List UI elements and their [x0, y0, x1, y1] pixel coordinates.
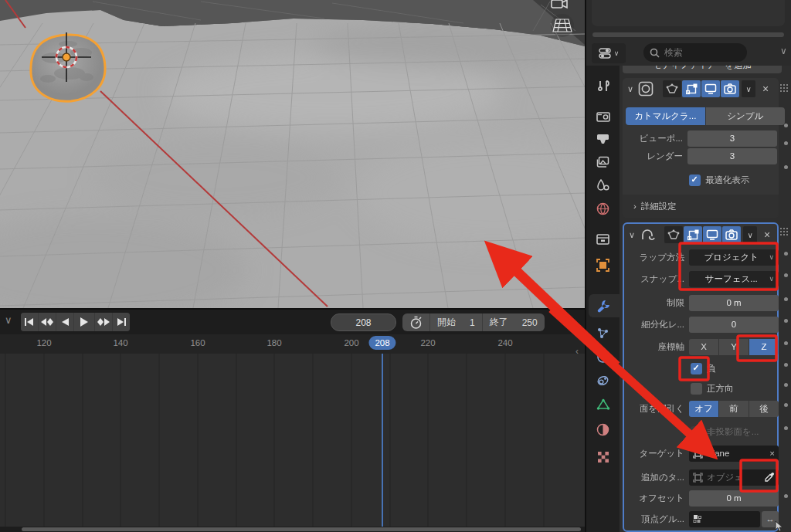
limit-field[interactable]: 0 m — [689, 295, 779, 311]
tab-view-layer[interactable] — [586, 151, 620, 174]
snap-mode-dropdown[interactable]: サーフェス... ∨ — [689, 271, 779, 287]
delete-modifier-button[interactable]: × — [762, 83, 769, 95]
vertex-group-field[interactable] — [689, 511, 760, 527]
decorator-dot[interactable] — [784, 124, 788, 127]
modifier-extras-dropdown[interactable]: ∨ — [743, 226, 757, 243]
delete-modifier-button[interactable]: × — [764, 229, 770, 241]
edit-mode-cage-toggle[interactable] — [663, 80, 681, 97]
invert-cull-checkbox[interactable] — [691, 426, 702, 438]
decorator-dot[interactable] — [784, 141, 788, 145]
timeline-ruler[interactable]: 120 140 160 180 200 220 240 208 — [0, 334, 585, 354]
tab-render[interactable] — [586, 104, 620, 127]
tab-scene[interactable] — [586, 174, 620, 197]
playhead-line[interactable] — [382, 354, 383, 527]
cull-off-button[interactable]: オフ — [689, 401, 718, 417]
decorator-dot[interactable] — [784, 426, 788, 430]
playback-controls — [21, 313, 130, 331]
decorator-dot[interactable] — [784, 494, 788, 498]
add-modifier-button[interactable]: モディファイアーを追加 — [623, 66, 782, 73]
invert-vertex-group-button[interactable]: ↔ — [762, 511, 779, 527]
properties-sliders-icon — [599, 48, 613, 59]
tab-tool[interactable] — [586, 75, 620, 98]
tab-constraints[interactable] — [586, 368, 620, 391]
timeline-popover-chevron-icon[interactable]: ∨ — [5, 314, 12, 326]
positive-checkbox[interactable] — [691, 383, 702, 395]
cull-back-button[interactable]: 後 — [749, 401, 779, 417]
header-chevron-icon[interactable]: ∨ — [780, 46, 787, 56]
decorator-dot[interactable] — [784, 165, 788, 169]
shrinkwrap-drag-handle[interactable] — [779, 227, 789, 237]
decorator-dot[interactable] — [784, 403, 788, 407]
display-in-viewport-toggle[interactable] — [701, 80, 720, 97]
display-in-viewport-toggle[interactable] — [703, 226, 721, 243]
display-in-edit-mode-toggle[interactable] — [684, 226, 702, 243]
cull-front-button[interactable]: 前 — [719, 401, 749, 417]
prev-keyframe-button[interactable] — [39, 313, 56, 331]
axis-z-button[interactable]: Z — [749, 339, 779, 355]
decorator-dot[interactable] — [784, 319, 788, 323]
start-frame-field[interactable]: 開始 1 — [430, 313, 483, 331]
display-in-render-toggle[interactable] — [722, 226, 741, 243]
decorator-dot[interactable] — [784, 252, 788, 256]
viewport-levels-field[interactable]: 3 — [687, 130, 777, 147]
target-object-field[interactable]: Plane × — [689, 446, 779, 462]
tab-world[interactable] — [586, 197, 620, 220]
aux-target-object-field[interactable]: オブジェ — [689, 469, 779, 486]
end-frame-field[interactable]: 終了 250 — [483, 313, 545, 331]
playhead-frame-badge[interactable]: 208 — [368, 336, 396, 350]
eyedropper-icon[interactable] — [764, 472, 775, 483]
search-input[interactable]: 検索 — [643, 43, 747, 62]
decorator-dot[interactable] — [784, 383, 788, 387]
display-in-render-toggle[interactable] — [721, 80, 739, 97]
timeline-editor[interactable]: ∨ 208 — [0, 310, 585, 532]
edit-mode-cage-toggle[interactable] — [664, 226, 683, 243]
panel-expand-chevron-icon[interactable]: ∨ — [627, 84, 633, 94]
subsurf-drag-handle[interactable] — [779, 83, 789, 93]
modifier-extras-dropdown[interactable]: ∨ — [742, 80, 755, 97]
panel-expand-chevron-icon[interactable]: ∨ — [629, 230, 635, 240]
axis-x-button[interactable]: X — [689, 339, 718, 355]
timeline-scrollbar-thumb[interactable] — [22, 527, 581, 531]
jump-start-button[interactable] — [21, 313, 38, 331]
axis-y-button[interactable]: Y — [719, 339, 749, 355]
decorator-dot[interactable] — [784, 273, 788, 277]
play-button[interactable] — [74, 313, 94, 331]
display-in-edit-mode-toggle[interactable] — [682, 80, 701, 97]
tab-output[interactable] — [586, 127, 620, 151]
tab-particles[interactable] — [586, 322, 620, 345]
advanced-subpanel-header[interactable]: › 詳細設定 — [623, 195, 779, 218]
grid-floor-gizmo[interactable] — [551, 14, 574, 37]
ruler-tick-label: 200 — [344, 338, 358, 347]
subsurf-panel-header[interactable]: ∨ — [623, 78, 779, 100]
decorator-dot[interactable] — [784, 341, 788, 345]
decorator-dot[interactable] — [784, 363, 788, 367]
shrinkwrap-panel-header[interactable]: ∨ — [624, 224, 777, 246]
timeline-tracks[interactable] — [0, 354, 585, 527]
optimal-display-checkbox[interactable] — [689, 175, 701, 186]
subdiv-levels-field[interactable]: 0 — [689, 317, 779, 333]
tab-object-data[interactable] — [586, 393, 620, 416]
offset-field[interactable]: 0 m — [689, 490, 779, 507]
clear-target-icon[interactable]: × — [769, 449, 775, 458]
editor-type-button[interactable]: ∨ — [592, 43, 626, 63]
tab-collection[interactable] — [586, 228, 620, 251]
decorator-dot[interactable] — [784, 297, 788, 301]
jump-end-button[interactable] — [113, 313, 130, 331]
current-frame-field[interactable]: 208 — [331, 313, 396, 331]
tab-texture[interactable] — [586, 446, 620, 469]
tab-modifier-properties[interactable] — [589, 294, 620, 317]
simple-option[interactable]: シンプル — [706, 107, 786, 125]
3d-viewport[interactable] — [0, 0, 585, 308]
catmull-clark-option[interactable]: カトマルクラ... — [626, 107, 705, 125]
prev-frame-button[interactable] — [56, 313, 73, 331]
region-collapse-icon[interactable]: ‹ — [575, 346, 579, 357]
render-levels-field[interactable]: 3 — [687, 148, 777, 164]
use-preview-range-button[interactable] — [402, 313, 430, 331]
offset-label: オフセット — [624, 493, 689, 504]
wrap-method-dropdown[interactable]: プロジェクト ∨ — [689, 249, 779, 266]
tab-physics[interactable] — [586, 345, 620, 368]
tab-object[interactable] — [586, 253, 620, 276]
next-keyframe-button[interactable] — [95, 313, 112, 331]
tab-material[interactable] — [586, 418, 620, 441]
negative-checkbox[interactable] — [691, 363, 702, 374]
